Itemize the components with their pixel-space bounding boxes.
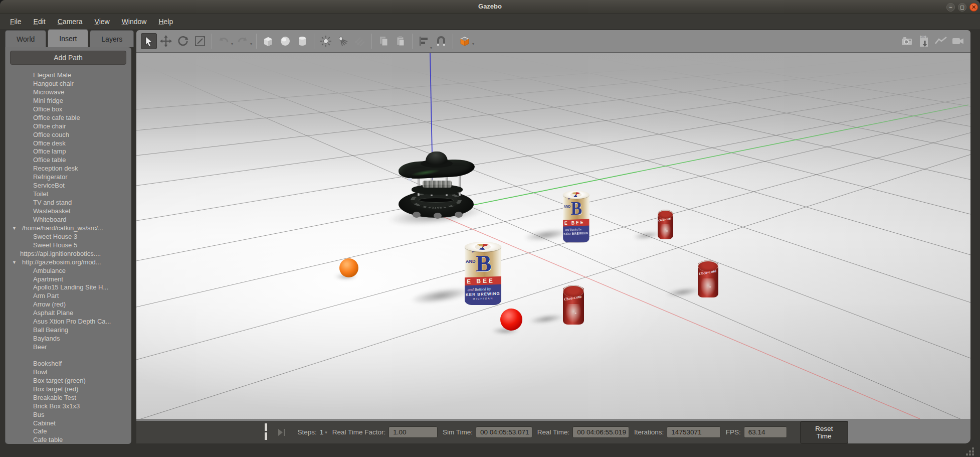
model-list-item[interactable]: Office desk (5, 139, 131, 148)
model-list-item[interactable]: Office box (5, 105, 131, 114)
model-list-item[interactable]: Refrigerator (5, 173, 131, 182)
scale-tool-button[interactable] (192, 33, 208, 49)
model-list-item[interactable]: Office lamp (5, 147, 131, 156)
coke-can-right[interactable]: Coca-Cola (698, 262, 718, 297)
beer-can-near[interactable]: W I T H AND B E BEE and Bottled by KER B… (465, 242, 501, 308)
3d-viewport[interactable]: W I T H AND B E BEE and Bottled by KER B… (136, 53, 970, 419)
step-button[interactable] (278, 429, 285, 436)
menu-view[interactable]: View (89, 16, 116, 28)
translate-tool-button[interactable] (158, 33, 174, 49)
model-list-item[interactable]: Bus (5, 411, 131, 419)
model-list-item[interactable]: Asphalt Plane (5, 309, 131, 318)
maximize-button[interactable]: ◻ (958, 3, 966, 12)
model-list-item[interactable]: TV and stand (5, 199, 131, 207)
align-dropdown[interactable]: ▾ (430, 46, 432, 50)
coke-can-far[interactable]: Coca-Cola (658, 212, 673, 239)
paste-button[interactable] (393, 33, 409, 49)
rotate-tool-button[interactable] (175, 33, 191, 49)
model-list-item[interactable]: Ball Bearing (5, 326, 131, 335)
pause-button[interactable] (263, 423, 271, 441)
model-list-item[interactable]: Office chair (5, 122, 131, 131)
iterations-field[interactable]: 14753071 (667, 426, 720, 438)
minimize-button[interactable]: − (946, 3, 955, 12)
model-list-item[interactable]: Toilet (5, 190, 131, 199)
model-list-item[interactable]: Breakable Test (5, 394, 131, 402)
model-list-item[interactable]: Apollo15 Landing Site H... (5, 283, 131, 292)
point-light-button[interactable] (318, 33, 334, 49)
model-list-item[interactable]: Whiteboard (5, 216, 131, 224)
model-list-item[interactable]: Baylands (5, 335, 131, 343)
collapse-arrow-icon[interactable]: ▼ (12, 224, 22, 233)
screenshot-button[interactable] (899, 33, 915, 49)
align-button[interactable]: ▾ (416, 33, 432, 49)
view-angle-button[interactable] (457, 33, 473, 49)
menu-help[interactable]: Help (152, 16, 179, 28)
coke-can-left[interactable]: Coca-Cola (563, 287, 584, 325)
model-list-item[interactable]: Cafe table (5, 436, 131, 444)
spot-light-button[interactable] (335, 33, 351, 49)
model-list-item[interactable]: Cafe (5, 427, 131, 436)
model-list-item[interactable]: Office couch (5, 131, 131, 139)
model-tree-path[interactable]: ▼/home/hard/catkin_ws/src/... (5, 224, 131, 233)
model-list-item[interactable]: Mini fridge (5, 97, 131, 105)
model-list-item[interactable]: Brick Box 3x1x3 (5, 402, 131, 411)
model-path[interactable]: https://api.ignitionrobotics.... (5, 250, 131, 258)
model-list-item[interactable]: Elegant Male (5, 71, 131, 80)
real-time-field[interactable]: 00 04:06:55.019 (572, 426, 629, 438)
model-list[interactable]: Elegant MaleHangout chairMicrowaveMini f… (5, 71, 131, 444)
add-path-button[interactable]: Add Path (10, 51, 126, 65)
orange-ball[interactable] (339, 258, 358, 277)
insert-sphere-button[interactable] (277, 33, 293, 49)
directional-light-button[interactable] (352, 33, 368, 49)
fps-field[interactable]: 63.14 (744, 426, 787, 438)
menu-edit[interactable]: Edit (28, 16, 52, 28)
model-list-item[interactable]: Office cafe table (5, 114, 131, 122)
undo-button[interactable] (216, 33, 232, 49)
sim-time-field[interactable]: 00 04:05:53.071 (476, 426, 532, 438)
model-list-item[interactable]: Apartment (5, 275, 131, 284)
menu-window[interactable]: Window (116, 16, 153, 28)
select-tool-button[interactable] (141, 33, 157, 49)
tab-layers[interactable]: Layers (90, 30, 134, 47)
model-list-item[interactable]: ServiceBot (5, 182, 131, 190)
close-button[interactable]: ✕ (969, 3, 978, 12)
chevron-down-icon[interactable]: ▾ (325, 430, 327, 435)
model-list-item[interactable]: Bookshelf (5, 360, 131, 368)
model-tree-path[interactable]: ▼http://gazebosim.org/mod... (5, 258, 131, 267)
model-list-item[interactable]: Beer (5, 343, 131, 352)
model-list-item[interactable]: Arrow (red) (5, 300, 131, 309)
tab-insert[interactable]: Insert (48, 29, 88, 47)
red-ball[interactable] (500, 309, 522, 331)
tab-world[interactable]: World (5, 30, 46, 47)
titlebar[interactable]: Gazebo − ◻ ✕ (0, 0, 980, 14)
model-list-item[interactable]: Cabinet (5, 419, 131, 428)
model-list-item[interactable]: Wastebasket (5, 207, 131, 216)
log-record-button[interactable]: LOG (916, 33, 932, 49)
steps-spinner[interactable]: 1 ▾ (320, 428, 327, 436)
plot-button[interactable] (933, 33, 949, 49)
beer-can-far[interactable]: W I T H AND B E BEE and Bottled by KER B… (563, 191, 589, 244)
model-list-item[interactable]: Sweet House 5 (5, 241, 131, 250)
model-list-item[interactable]: Microwave (5, 88, 131, 97)
reset-time-button[interactable]: Reset Time (800, 421, 848, 443)
insert-cylinder-button[interactable] (294, 33, 310, 49)
redo-button[interactable] (235, 33, 251, 49)
insert-box-button[interactable] (260, 33, 276, 49)
snap-button[interactable] (433, 33, 449, 49)
model-list-item[interactable]: Box target (green) (5, 377, 131, 385)
menu-file[interactable]: File (4, 16, 28, 28)
model-list-item[interactable]: Office table (5, 156, 131, 165)
model-list-item[interactable]: Sweet House 3 (5, 233, 131, 241)
model-list-item[interactable]: Ambulance (5, 267, 131, 275)
model-list-item[interactable]: Bowl (5, 368, 131, 377)
collapse-arrow-icon[interactable]: ▼ (12, 258, 22, 267)
resize-grip[interactable] (957, 446, 974, 455)
copy-button[interactable] (375, 33, 391, 49)
model-list-item[interactable]: Arm Part (5, 292, 131, 300)
menu-camera[interactable]: Camera (52, 16, 89, 28)
rtf-field[interactable]: 1.00 (388, 426, 438, 438)
video-record-button[interactable] (950, 33, 966, 49)
model-list-item[interactable]: Asus Xtion Pro Depth Ca... (5, 318, 131, 326)
model-list-item[interactable]: Reception desk (5, 165, 131, 173)
turtlebot-robot[interactable] (398, 156, 478, 220)
